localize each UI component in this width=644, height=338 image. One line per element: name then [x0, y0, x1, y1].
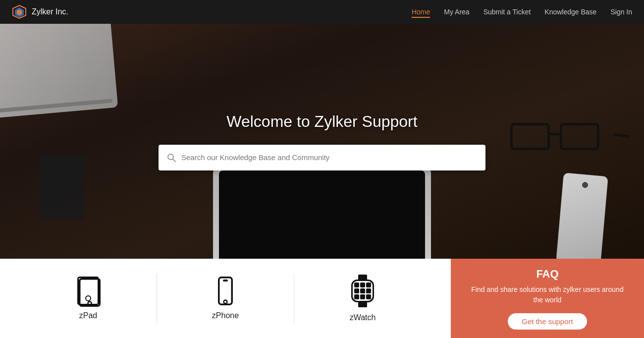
brand: Zylker Inc. — [12, 4, 68, 19]
faq-description: Find and share solutions with zylker use… — [466, 284, 629, 305]
svg-line-4 — [173, 159, 176, 162]
watch-band-top — [358, 275, 367, 280]
faq-title: FAQ — [536, 268, 558, 281]
search-bar[interactable] — [159, 145, 485, 170]
watch-dot — [360, 294, 365, 299]
product-name-zwatch: zWatch — [350, 313, 376, 322]
deco-tablet-screen — [219, 170, 425, 259]
watch-grid — [354, 282, 371, 299]
navbar: Zylker Inc. Home My Area Submit a Ticket… — [0, 0, 644, 24]
deco-tablet — [213, 165, 431, 259]
nav-item-signin[interactable]: Sign In — [610, 7, 632, 16]
nav-link-ticket[interactable]: Submit a Ticket — [483, 8, 531, 16]
faq-section: FAQ Find and share solutions with zylker… — [451, 259, 644, 338]
watch-dot — [366, 294, 371, 299]
deco-phone-lens — [582, 182, 589, 188]
watch-dot — [366, 288, 371, 293]
product-item-zphone[interactable]: zPhone — [157, 269, 294, 328]
nav-link-myarea[interactable]: My Area — [444, 8, 469, 16]
deco-phone-device — [556, 172, 608, 259]
watch-dot — [354, 294, 359, 299]
product-item-zwatch[interactable]: zWatch — [294, 267, 431, 330]
nav-item-home[interactable]: Home — [412, 7, 430, 16]
nav-item-kb[interactable]: Knowledge Base — [544, 7, 596, 16]
search-icon — [166, 153, 176, 163]
watch-band-bottom — [358, 302, 367, 307]
product-name-zphone: zPhone — [212, 311, 239, 320]
deco-binder — [40, 155, 84, 219]
nav-link-home[interactable]: Home — [412, 8, 430, 18]
product-name-zpad: zPad — [79, 311, 97, 320]
glasses-lens-left — [510, 123, 550, 150]
glasses-lens-right — [560, 123, 599, 150]
iphone-icon — [218, 277, 233, 305]
navbar-links: Home My Area Submit a Ticket Knowledge B… — [412, 7, 632, 16]
nav-item-ticket[interactable]: Submit a Ticket — [483, 7, 531, 16]
search-input[interactable] — [181, 153, 478, 162]
hero-content: Welcome to Zylker Support — [159, 113, 485, 170]
svg-point-9 — [224, 300, 227, 304]
svg-point-6 — [88, 302, 92, 305]
brand-logo — [12, 4, 27, 19]
watch-dot — [366, 282, 371, 287]
nav-link-kb[interactable]: Knowledge Base — [544, 8, 596, 16]
get-support-button[interactable]: Get the support — [508, 313, 587, 330]
watch-dot — [360, 288, 365, 293]
nav-item-myarea[interactable]: My Area — [444, 7, 469, 16]
hero-section: Welcome to Zylker Support — [0, 24, 644, 259]
deco-glasses — [505, 123, 614, 163]
glasses-frame — [505, 123, 614, 163]
svg-rect-8 — [223, 280, 228, 282]
watch-icon — [351, 275, 374, 307]
hero-title: Welcome to Zylker Support — [226, 113, 417, 131]
product-item-zpad[interactable]: zPad — [20, 269, 157, 328]
products-section: zPad zPhone — [0, 259, 451, 338]
deco-laptop — [0, 24, 118, 118]
bottom-section: zPad zPhone — [0, 259, 644, 338]
watch-dot — [354, 282, 359, 287]
watch-body — [351, 280, 374, 302]
brand-name: Zylker Inc. — [32, 7, 68, 16]
watch-dot — [354, 288, 359, 293]
ipad-icon — [77, 277, 99, 305]
glasses-bridge — [550, 133, 560, 135]
watch-dot — [360, 282, 365, 287]
nav-link-signin[interactable]: Sign In — [610, 8, 632, 16]
